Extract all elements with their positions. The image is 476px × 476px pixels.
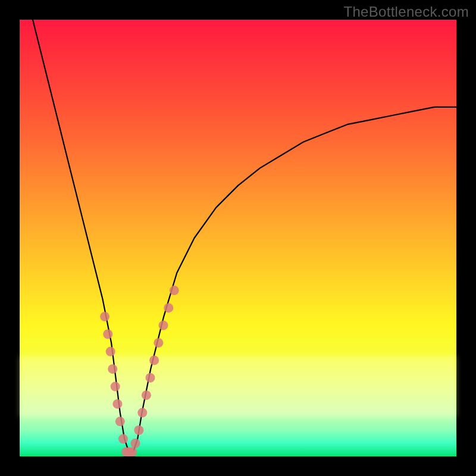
data-marker: [170, 286, 179, 295]
data-marker: [164, 303, 173, 312]
data-marker: [106, 347, 115, 356]
data-marker: [159, 321, 168, 330]
data-marker: [149, 356, 159, 365]
chart-svg: [20, 20, 456, 456]
data-marker: [154, 338, 163, 347]
data-marker: [112, 399, 122, 409]
chart-plot-area: [20, 20, 456, 456]
watermark-text: TheBottleneck.com: [343, 4, 469, 20]
data-marker: [103, 330, 112, 339]
data-marker: [111, 382, 120, 392]
curve-path: [33, 20, 456, 452]
data-marker: [118, 434, 128, 444]
data-marker: [142, 390, 151, 400]
data-marker: [127, 447, 137, 456]
data-marker: [146, 373, 155, 383]
data-marker: [115, 416, 125, 426]
data-marker: [100, 312, 109, 321]
chart-frame: TheBottleneck.com: [0, 0, 476, 476]
data-marker: [134, 425, 143, 435]
data-marker: [131, 439, 140, 448]
data-marker: [108, 364, 117, 374]
data-marker: [137, 408, 147, 418]
